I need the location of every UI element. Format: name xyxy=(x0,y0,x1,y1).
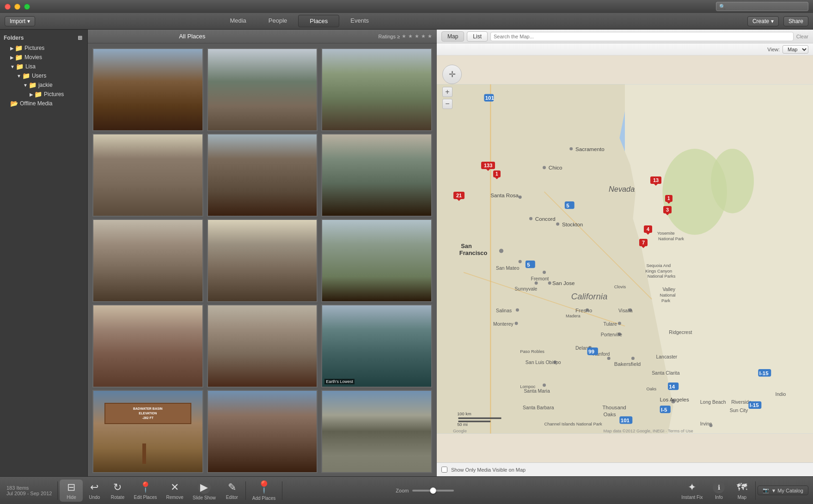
map-clear-button[interactable]: Clear xyxy=(796,34,808,39)
svg-text:Francisco: Francisco xyxy=(459,249,488,256)
photo-thumb-13[interactable]: BADWATER BASINELEVATION-282 FT xyxy=(92,390,203,473)
svg-point-9 xyxy=(543,166,546,169)
sidebar-item-movies[interactable]: ▶ 📁 Movies xyxy=(0,53,87,62)
map-tab-list[interactable]: List xyxy=(467,31,488,42)
svg-point-11 xyxy=(519,195,522,199)
chevron-right-icon: ▶ xyxy=(10,55,14,60)
show-only-visible-checkbox[interactable] xyxy=(441,467,447,473)
show-only-visible-label: Show Only Media Visible on Map xyxy=(451,467,526,473)
svg-point-22 xyxy=(543,271,546,274)
map-navigation-control[interactable]: ✛ xyxy=(442,65,462,84)
photo-thumb-4[interactable] xyxy=(92,134,203,217)
photo-thumb-2[interactable] xyxy=(207,48,318,131)
ratings-filter[interactable]: Ratings ≥ ★ ★ ★ ★ ★ xyxy=(379,33,432,39)
map-cluster-1b[interactable]: 1 xyxy=(665,195,672,202)
map-zoom-out-button[interactable]: − xyxy=(442,99,452,109)
toolbar-divider2 xyxy=(245,481,246,500)
photo-thumb-15[interactable] xyxy=(321,390,432,473)
photo-thumb-9[interactable] xyxy=(321,219,432,302)
map-zoom-in-button[interactable]: + xyxy=(442,87,452,97)
svg-point-24 xyxy=(535,281,538,285)
map-cluster-133[interactable]: 133 xyxy=(481,162,495,169)
svg-text:National Park: National Park xyxy=(658,237,684,241)
sidebar-item-pictures[interactable]: ▶ 📁 Pictures xyxy=(0,43,87,53)
sidebar-item-users[interactable]: ▼ 📁 Users xyxy=(0,71,87,80)
photo-area-title: All Places xyxy=(179,33,205,40)
svg-point-17 xyxy=(499,249,503,253)
map-search-input[interactable] xyxy=(490,32,794,41)
tab-people[interactable]: People xyxy=(257,15,298,27)
photo-thumb-12[interactable]: Earth's Lowest xyxy=(321,304,432,388)
search-icon: 🔍 xyxy=(719,4,726,10)
minimize-button[interactable] xyxy=(14,4,20,10)
map-cluster-13[interactable]: 13 xyxy=(650,176,661,184)
info-label: Info xyxy=(715,495,723,500)
map-cluster-7[interactable]: 7 xyxy=(639,239,648,246)
map-footer: Show Only Media Visible on Map xyxy=(437,462,813,476)
slideshow-icon: ▶ xyxy=(198,481,211,494)
map-cluster-3[interactable]: 3 xyxy=(663,206,672,213)
add-places-button[interactable]: 📍 Add Places xyxy=(248,478,281,503)
svg-text:Paso Robles: Paso Robles xyxy=(520,349,544,354)
map-cluster-21[interactable]: 21 xyxy=(453,192,465,199)
menubar: Import ▾ Media People Places Events Crea… xyxy=(0,13,813,30)
remove-label: Remove xyxy=(166,495,183,500)
svg-text:Sun City: Sun City xyxy=(730,408,748,413)
photo-thumb-8[interactable] xyxy=(207,219,318,302)
nav-tabs: Media People Places Events xyxy=(219,15,380,27)
svg-text:Bakersfield: Bakersfield xyxy=(614,361,641,367)
undo-button[interactable]: ↩ Undo xyxy=(83,480,106,502)
svg-point-56 xyxy=(631,357,635,360)
svg-text:Concord: Concord xyxy=(535,216,556,222)
instant-fix-button[interactable]: ✦ Instant Fix xyxy=(677,480,707,502)
add-places-label: Add Places xyxy=(252,496,276,501)
maximize-button[interactable] xyxy=(24,4,30,10)
sidebar-item-offline[interactable]: 📂 Offline Media xyxy=(0,99,87,108)
sidebar-item-jackie[interactable]: ▼ 📁 jackie xyxy=(0,80,87,90)
tab-events[interactable]: Events xyxy=(339,15,380,27)
tab-media[interactable]: Media xyxy=(219,15,257,27)
svg-point-7 xyxy=(569,147,573,151)
sidebar-item-lisa[interactable]: ▼ 📁 Lisa xyxy=(0,62,87,71)
map-button[interactable]: 🗺 Map xyxy=(730,480,753,502)
view-select[interactable]: Map xyxy=(782,45,808,54)
zoom-slider[interactable] xyxy=(412,490,454,492)
global-search-bar[interactable]: 🔍 xyxy=(716,2,808,11)
edit-places-button[interactable]: 📍 Edit Places xyxy=(129,480,161,502)
hide-button[interactable]: ⊟ Hide xyxy=(60,480,83,502)
map-content[interactable]: Sacramento Chico Santa Rosa Concord Stoc… xyxy=(437,55,813,462)
svg-text:Los Angeles: Los Angeles xyxy=(660,396,689,402)
svg-text:Porterville: Porterville xyxy=(601,332,623,337)
sidebar-item-pictures2[interactable]: ▶ 📁 Pictures xyxy=(0,90,87,99)
my-catalog-button[interactable]: 📷 ▼ My Catalog xyxy=(758,486,808,495)
photo-thumb-10[interactable] xyxy=(92,304,203,388)
create-button[interactable]: Create ▾ xyxy=(747,16,779,26)
svg-text:Nevada: Nevada xyxy=(609,185,635,193)
photo-thumb-5[interactable] xyxy=(207,134,318,217)
import-button[interactable]: Import ▾ xyxy=(5,16,35,26)
photo-thumb-11[interactable] xyxy=(207,304,318,388)
svg-text:Oaks: Oaks xyxy=(603,411,616,417)
share-button[interactable]: Share xyxy=(783,16,808,26)
zoom-label: Zoom xyxy=(396,488,409,493)
svg-point-15 xyxy=(556,222,559,225)
editor-button[interactable]: ✎ Editor xyxy=(220,480,244,502)
rotate-button[interactable]: ↻ Rotate xyxy=(106,480,129,502)
view-label: View: xyxy=(767,47,780,52)
map-cluster-1a[interactable]: 1 xyxy=(493,170,501,177)
tab-places[interactable]: Places xyxy=(298,15,339,27)
map-cluster-4[interactable]: 4 xyxy=(644,225,652,233)
photo-thumb-7[interactable] xyxy=(92,219,203,302)
sidebar-toggle-icon[interactable]: ⊞ xyxy=(76,34,84,42)
remove-button[interactable]: ✕ Remove xyxy=(162,480,188,502)
photo-thumb-14[interactable] xyxy=(207,390,318,473)
chevron-right-icon: ▶ xyxy=(30,92,33,97)
slideshow-button[interactable]: ▶ Slide Show xyxy=(188,479,220,502)
photo-thumb-3[interactable] xyxy=(321,48,432,131)
map-tab-map[interactable]: Map xyxy=(441,31,464,42)
zoom-thumb[interactable] xyxy=(430,487,436,494)
info-button[interactable]: ℹ Info xyxy=(707,480,730,502)
photo-thumb-1[interactable] xyxy=(92,48,203,131)
photo-thumb-6[interactable] xyxy=(321,134,432,217)
close-button[interactable] xyxy=(5,4,11,10)
